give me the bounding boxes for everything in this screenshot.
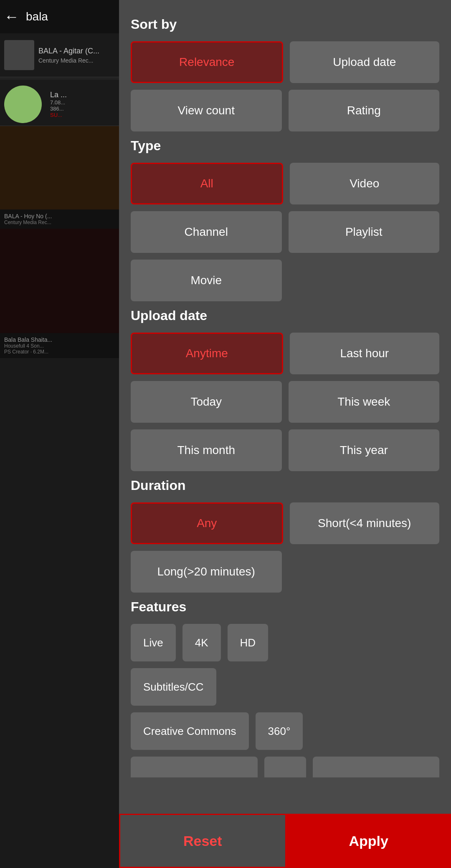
bg-search-text: bala <box>26 10 48 23</box>
filter-panel: Sort by Relevance Upload date View count… <box>119 0 451 868</box>
upload-date-row-2: Today This week <box>131 381 439 423</box>
type-video-button[interactable]: Video <box>290 163 440 204</box>
upload-anytime-button[interactable]: Anytime <box>131 333 283 374</box>
features-row-3: Creative Commons 360° <box>131 712 439 750</box>
bg-list-item-1: BALA - Agitar (C... Century Media Rec... <box>0 33 119 77</box>
duration-long-button[interactable]: Long(>20 minutes) <box>131 551 282 593</box>
duration-short-button[interactable]: Short(<4 minutes) <box>290 502 440 544</box>
upload-date-row-1: Anytime Last hour <box>131 333 439 374</box>
type-title: Type <box>131 138 439 154</box>
upload-this-week-button[interactable]: This week <box>289 381 440 423</box>
reset-button[interactable]: Reset <box>119 814 286 868</box>
feature-partial-3 <box>313 757 440 777</box>
type-playlist-button[interactable]: Playlist <box>289 211 440 253</box>
type-channel-button[interactable]: Channel <box>131 211 282 253</box>
duration-section: Duration Any Short(<4 minutes) Long(>20 … <box>131 478 439 593</box>
duration-row-1: Any Short(<4 minutes) <box>131 502 439 544</box>
feature-4k-button[interactable]: 4K <box>182 624 221 661</box>
upload-this-year-button[interactable]: This year <box>289 429 440 471</box>
features-title: Features <box>131 599 439 615</box>
feature-partial-2 <box>264 757 306 777</box>
duration-any-button[interactable]: Any <box>131 502 283 544</box>
feature-creative-commons-button[interactable]: Creative Commons <box>131 712 249 750</box>
feature-360-button[interactable]: 360° <box>256 712 303 750</box>
sort-by-section: Sort by Relevance Upload date View count… <box>131 17 439 131</box>
bg-avatar-2 <box>4 86 42 123</box>
back-icon: ← <box>4 8 19 25</box>
bg-header: ← bala <box>0 0 119 33</box>
features-section: Features Live 4K HD Subtitles/CC Creativ… <box>131 599 439 777</box>
feature-subtitles-button[interactable]: Subtitles/CC <box>131 668 216 706</box>
duration-row-2: Long(>20 minutes) <box>131 551 439 593</box>
features-partial-row <box>131 757 439 777</box>
feature-hd-button[interactable]: HD <box>228 624 269 661</box>
features-row-1: Live 4K HD <box>131 624 439 661</box>
feature-partial-1 <box>131 757 258 777</box>
upload-today-button[interactable]: Today <box>131 381 282 423</box>
sort-relevance-button[interactable]: Relevance <box>131 41 283 83</box>
type-row-3: Movie <box>131 260 439 301</box>
sort-view-count-button[interactable]: View count <box>131 90 282 131</box>
bottom-bar: Reset Apply <box>119 814 451 868</box>
apply-button[interactable]: Apply <box>286 814 451 868</box>
type-section: Type All Video Channel Playlist Movie <box>131 138 439 301</box>
background-overlay: ← bala BALA - Agitar (C... Century Media… <box>0 0 119 868</box>
bg-thumb-1 <box>0 126 119 209</box>
upload-date-title: Upload date <box>131 308 439 323</box>
upload-date-section: Upload date Anytime Last hour Today This… <box>131 308 439 471</box>
sort-by-row-1: Relevance Upload date <box>131 41 439 83</box>
duration-title: Duration <box>131 478 439 493</box>
type-all-button[interactable]: All <box>131 163 283 204</box>
type-row-2: Channel Playlist <box>131 211 439 253</box>
upload-last-hour-button[interactable]: Last hour <box>290 333 440 374</box>
bg-avatar-1 <box>4 40 34 70</box>
features-row-2: Subtitles/CC <box>131 668 439 706</box>
upload-date-row-3: This month This year <box>131 429 439 471</box>
sort-upload-date-button[interactable]: Upload date <box>290 41 440 83</box>
bg-thumb-2 <box>0 229 119 333</box>
type-row-1: All Video <box>131 163 439 204</box>
sort-rating-button[interactable]: Rating <box>289 90 440 131</box>
type-movie-button[interactable]: Movie <box>131 260 282 301</box>
upload-this-month-button[interactable]: This month <box>131 429 282 471</box>
sort-by-title: Sort by <box>131 17 439 32</box>
sort-by-row-2: View count Rating <box>131 90 439 131</box>
panel-scroll[interactable]: Sort by Relevance Upload date View count… <box>119 0 451 814</box>
feature-live-button[interactable]: Live <box>131 624 176 661</box>
bg-list-item-2: La ... 7.08... 386... SU... <box>0 80 119 126</box>
